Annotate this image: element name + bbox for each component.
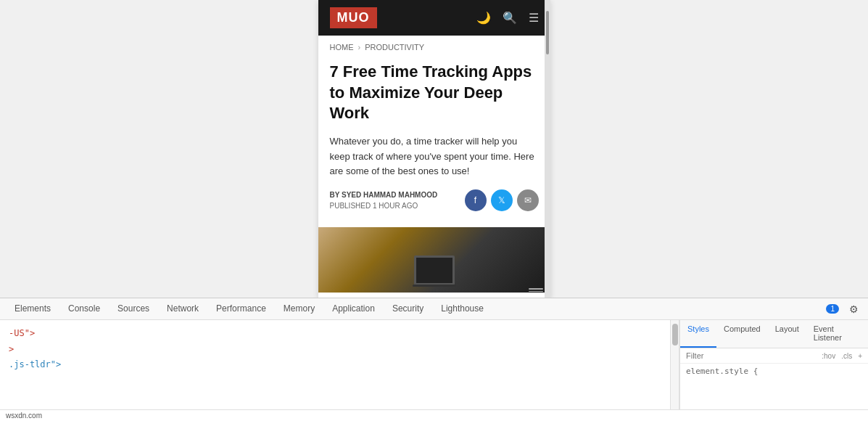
filter-plus[interactable]: + bbox=[858, 352, 862, 360]
notification-badge: 1 bbox=[826, 304, 839, 314]
styles-panel: Styles Computed Layout Event Listener :h… bbox=[679, 320, 868, 421]
filter-cls[interactable]: .cls bbox=[841, 352, 852, 360]
devtools-body: -US"> > .js-tldr"> Styles Computed bbox=[0, 320, 868, 421]
header-icons: 🌙 🔍 ☰ bbox=[476, 11, 539, 25]
domain-bar: wsxdn.com bbox=[0, 409, 868, 421]
meta-published: PUBLISHED 1 HOUR AGO bbox=[330, 200, 438, 211]
meta-author: BY SYED HAMMAD MAHMOOD bbox=[330, 189, 438, 200]
social-icons: f 𝕏 ✉ bbox=[465, 189, 539, 211]
devtools-settings-button[interactable]: ⚙ bbox=[845, 301, 862, 318]
devtools-toolbar-right: 1 ⚙ bbox=[826, 301, 862, 318]
left-panel bbox=[0, 0, 318, 298]
styles-filter-input[interactable] bbox=[686, 351, 816, 360]
resize-line-2 bbox=[529, 291, 543, 293]
browser-area: MUO 🌙 🔍 ☰ HOME › PRODUCTIVITY 7 Free Tim… bbox=[0, 0, 868, 298]
scroll-thumb bbox=[546, 11, 549, 54]
site-header: MUO 🌙 🔍 ☰ bbox=[318, 0, 550, 36]
breadcrumb-home[interactable]: HOME bbox=[330, 43, 354, 52]
article-title: 7 Free Time Tracking Apps to Maximize Yo… bbox=[330, 62, 539, 124]
tab-application[interactable]: Application bbox=[323, 298, 384, 319]
meta-left: BY SYED HAMMAD MAHMOOD PUBLISHED 1 HOUR … bbox=[330, 189, 438, 211]
devtools-scrollbar[interactable] bbox=[671, 320, 679, 421]
tab-sources[interactable]: Sources bbox=[109, 298, 158, 319]
html-tag-2: > bbox=[9, 344, 14, 354]
dark-mode-icon[interactable]: 🌙 bbox=[476, 11, 491, 25]
styles-tabs: Styles Computed Layout Event Listener bbox=[680, 320, 868, 348]
html-line-3: .js-tldr"> bbox=[9, 357, 661, 373]
article-description: Whatever you do, a time tracker will hel… bbox=[330, 134, 539, 179]
tab-elements[interactable]: Elements bbox=[6, 298, 59, 319]
devtools-toolbar: Elements Console Sources Network Perform… bbox=[0, 298, 868, 320]
styles-tab-computed[interactable]: Computed bbox=[716, 320, 768, 348]
resize-line-1 bbox=[529, 288, 543, 290]
tab-console[interactable]: Console bbox=[59, 298, 109, 319]
search-icon[interactable]: 🔍 bbox=[503, 11, 517, 25]
right-panel bbox=[550, 0, 869, 298]
filter-hov[interactable]: :hov bbox=[822, 352, 835, 360]
menu-icon[interactable]: ☰ bbox=[529, 11, 539, 25]
twitter-share-button[interactable]: 𝕏 bbox=[491, 189, 513, 211]
page-scrollbar[interactable] bbox=[545, 0, 550, 298]
article-meta: BY SYED HAMMAD MAHMOOD PUBLISHED 1 HOUR … bbox=[330, 189, 539, 211]
styles-tab-event-listeners[interactable]: Event Listener bbox=[806, 320, 868, 348]
html-line-2: > bbox=[9, 342, 661, 358]
site-logo: MUO bbox=[330, 7, 377, 28]
styles-rule: element.style { bbox=[686, 367, 862, 376]
styles-tab-styles[interactable]: Styles bbox=[680, 320, 716, 348]
html-panel: -US"> > .js-tldr"> bbox=[0, 320, 671, 421]
filter-actions: :hov .cls + bbox=[822, 352, 862, 360]
tab-lighthouse[interactable]: Lighthouse bbox=[432, 298, 492, 319]
html-attr: .js-tldr"> bbox=[9, 359, 61, 369]
resize-handle[interactable] bbox=[529, 288, 543, 292]
tab-network[interactable]: Network bbox=[158, 298, 207, 319]
article-image bbox=[318, 227, 550, 293]
breadcrumb-category[interactable]: PRODUCTIVITY bbox=[365, 43, 424, 52]
html-line-1: -US"> bbox=[9, 326, 661, 342]
tab-performance[interactable]: Performance bbox=[207, 298, 275, 319]
email-share-button[interactable]: ✉ bbox=[517, 189, 539, 211]
devtools-scroll-thumb bbox=[672, 324, 678, 346]
styles-filter: :hov .cls + bbox=[680, 348, 868, 364]
devtools-panel: Elements Console Sources Network Perform… bbox=[0, 298, 868, 421]
domain-text: wsxdn.com bbox=[6, 412, 42, 420]
tab-memory[interactable]: Memory bbox=[275, 298, 323, 319]
breadcrumb-separator: › bbox=[358, 43, 361, 52]
breadcrumb: HOME › PRODUCTIVITY bbox=[318, 36, 550, 56]
styles-tab-layout[interactable]: Layout bbox=[768, 320, 806, 348]
website-preview: MUO 🌙 🔍 ☰ HOME › PRODUCTIVITY 7 Free Tim… bbox=[318, 0, 550, 298]
facebook-share-button[interactable]: f bbox=[465, 189, 487, 211]
tab-security[interactable]: Security bbox=[384, 298, 432, 319]
article-content: 7 Free Time Tracking Apps to Maximize Yo… bbox=[318, 56, 550, 227]
html-tag: -US"> bbox=[9, 328, 35, 338]
